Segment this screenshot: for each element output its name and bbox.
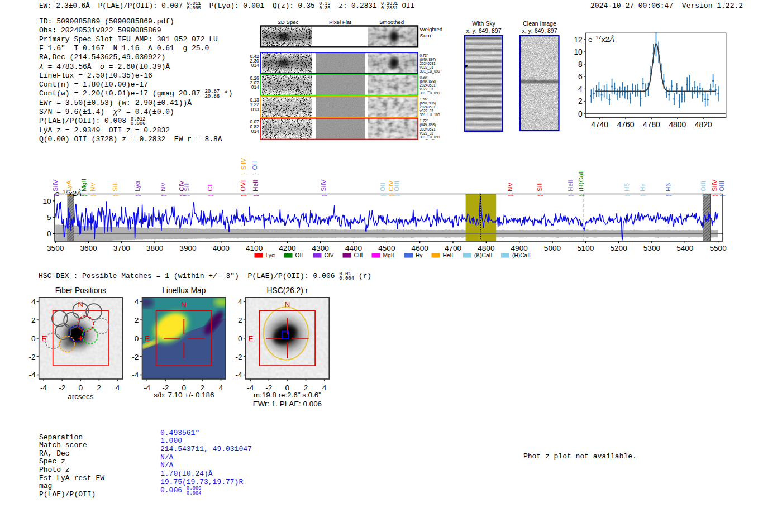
svg-text:0.73": 0.73" — [420, 54, 428, 57]
svg-text:6: 6 — [578, 73, 583, 81]
svg-text:Clean Image: Clean Image — [523, 20, 556, 27]
svg-text:4760: 4760 — [617, 121, 635, 129]
svg-text:4: 4 — [116, 384, 120, 392]
svg-text:2D Spec: 2D Spec — [278, 19, 298, 25]
svg-text:(H)CaII: (H)CaII — [577, 170, 585, 191]
svg-text:SiIV: SiIV — [51, 179, 59, 191]
svg-text:0: 0 — [238, 334, 242, 343]
svg-text:301_LU_099: 301_LU_099 — [420, 135, 441, 140]
svg-text:SiIV: SiIV — [320, 179, 327, 191]
svg-text:N: N — [78, 300, 84, 309]
svg-text:0: 0 — [578, 110, 583, 118]
svg-text:5400: 5400 — [676, 244, 694, 252]
svg-text:e−17x2Å: e−17x2Å — [588, 34, 614, 44]
svg-text:4200: 4200 — [279, 244, 296, 252]
svg-text:}: } — [184, 195, 190, 196]
svg-text:4: 4 — [578, 85, 583, 93]
svg-text:-4: -4 — [28, 371, 36, 379]
svg-text:1.56": 1.56" — [420, 97, 428, 101]
svg-text:4500: 4500 — [378, 244, 395, 252]
svg-text:arcsecs: arcsecs — [68, 392, 93, 401]
svg-text:Hδ: Hδ — [623, 183, 631, 191]
svg-text:8: 8 — [578, 60, 583, 69]
svg-text:SiII: SiII — [111, 182, 119, 191]
svg-text:CII: CII — [206, 183, 214, 191]
svg-text:-2: -2 — [236, 353, 242, 361]
svg-text:E: E — [249, 334, 254, 343]
svg-text:EWr: 1. PLAE: 0.006: EWr: 1. PLAE: 0.006 — [253, 400, 322, 408]
svg-text:3900: 3900 — [179, 244, 197, 252]
svg-text:0: 0 — [47, 229, 51, 238]
svg-text:2: 2 — [578, 97, 583, 106]
svg-text:Pixel Flat: Pixel Flat — [329, 19, 351, 25]
svg-text:20240531: 20240531 — [420, 83, 436, 87]
svg-text:E: E — [145, 334, 150, 343]
svg-text:4: 4 — [219, 384, 223, 392]
svg-text:}: } — [624, 195, 630, 196]
svg-text:5100: 5100 — [577, 244, 594, 252]
svg-text:OII: OII — [379, 183, 387, 191]
svg-text:3800: 3800 — [146, 244, 164, 252]
svg-text:}: } — [568, 195, 574, 196]
svg-text:m:19.8 re:2.6" s:0.6": m:19.8 re:2.6" s:0.6" — [254, 391, 321, 399]
svg-text:MgII: MgII — [80, 179, 88, 191]
svg-text:OIII: OIII — [393, 181, 400, 191]
svg-text:4400: 4400 — [345, 244, 363, 252]
svg-text:-2: -2 — [132, 353, 139, 361]
svg-text:20240531: 20240531 — [420, 105, 436, 109]
svg-text:HSC(26.2) r: HSC(26.2) r — [267, 286, 308, 295]
svg-text:OII: OII — [295, 252, 303, 258]
svg-text:20240531: 20240531 — [420, 61, 436, 65]
svg-text:3600: 3600 — [80, 244, 97, 252]
svg-text:x, y: 649, 897: x, y: 649, 897 — [466, 27, 501, 34]
svg-text:0: 0 — [135, 334, 139, 343]
svg-text:4740: 4740 — [591, 121, 608, 129]
svg-text:4300: 4300 — [312, 244, 330, 252]
svg-text:4100: 4100 — [246, 244, 263, 252]
svg-text:5000: 5000 — [544, 244, 561, 252]
svg-text:}: } — [321, 195, 327, 196]
svg-text:4000: 4000 — [213, 244, 230, 252]
svg-text:SiIV: SiIV — [240, 158, 247, 170]
svg-text:301_LU_099: 301_LU_099 — [420, 91, 441, 95]
svg-text:4600: 4600 — [412, 244, 429, 252]
svg-text:4820: 4820 — [695, 121, 712, 129]
svg-text:014: 014 — [251, 129, 259, 134]
svg-text:-4: -4 — [144, 384, 151, 392]
svg-text:HeII: HeII — [566, 179, 574, 191]
svg-text:-2: -2 — [59, 384, 65, 392]
svg-text:Lyα: Lyα — [133, 181, 141, 191]
svg-text:014: 014 — [251, 63, 259, 68]
svg-text:With Sky: With Sky — [472, 20, 495, 27]
svg-text:4: 4 — [135, 298, 139, 306]
svg-text:}: } — [53, 195, 59, 196]
svg-text:20240531: 20240531 — [420, 127, 436, 131]
svg-text:}: } — [508, 195, 513, 196]
svg-text:4800: 4800 — [478, 244, 495, 252]
svg-text:(K)CaII: (K)CaII — [474, 252, 492, 258]
svg-text:-4: -4 — [247, 384, 254, 392]
svg-text:}: } — [135, 195, 141, 196]
svg-text:5: 5 — [47, 213, 51, 222]
svg-text:0: 0 — [31, 334, 36, 343]
svg-text:Hβ: Hβ — [664, 183, 672, 191]
svg-text:013: 013 — [251, 107, 259, 112]
svg-text:Lyα: Lyα — [266, 252, 275, 258]
svg-text:E: E — [42, 334, 47, 343]
svg-text:N: N — [182, 300, 187, 309]
svg-text:NV: NV — [506, 182, 514, 191]
svg-text:Fiber Positions: Fiber Positions — [55, 286, 106, 295]
svg-text:CIII: CIII — [354, 252, 363, 258]
svg-text:CIV: CIV — [325, 252, 334, 258]
svg-text:SiII: SiII — [536, 182, 543, 191]
svg-text:}: } — [712, 195, 718, 196]
svg-text:5300: 5300 — [643, 244, 661, 252]
svg-text:}: } — [90, 195, 96, 196]
svg-text:Hγ: Hγ — [416, 252, 423, 258]
svg-text:4900: 4900 — [511, 244, 528, 252]
svg-text:4800: 4800 — [669, 121, 686, 129]
svg-text:MgII: MgII — [383, 252, 394, 258]
svg-text:SiIV: SiIV — [711, 179, 718, 191]
svg-text:}: } — [113, 195, 118, 196]
svg-text:2: 2 — [31, 316, 36, 324]
